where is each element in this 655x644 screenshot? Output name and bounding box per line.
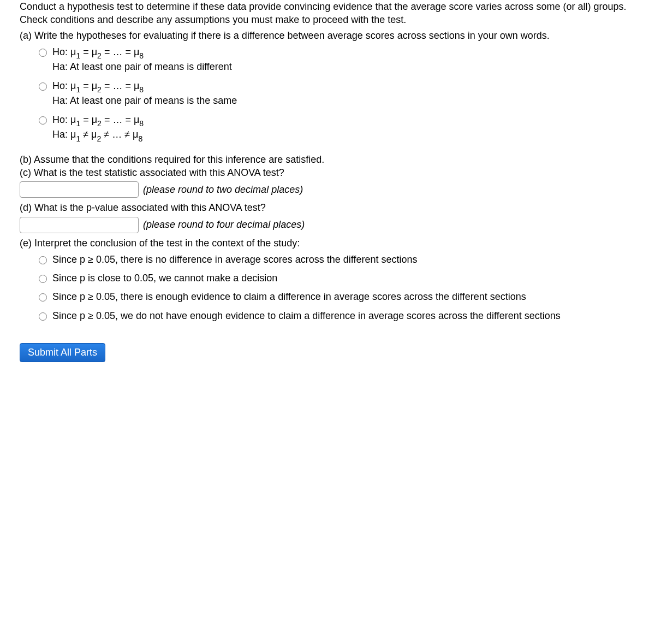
part-d-hint: (please round to four decimal places): [143, 218, 305, 231]
part-e-prompt: (e) Interpret the conclusion of the test…: [20, 237, 635, 250]
part-a-radio-3[interactable]: [39, 116, 47, 125]
part-a-option-2-ho: Ho: μ1 = μ2 = … = μ8: [52, 79, 635, 94]
part-a-option-2[interactable]: Ho: μ1 = μ2 = … = μ8 Ha: At least one pa…: [36, 79, 635, 108]
part-e-choices: Since p ≥ 0.05, there is no difference i…: [36, 253, 635, 322]
part-c-input[interactable]: [20, 181, 139, 198]
part-a-option-3[interactable]: Ho: μ1 = μ2 = … = μ8 Ha: μ1 ≠ μ2 ≠ … ≠ μ…: [36, 113, 635, 143]
part-e-option-2[interactable]: Since p is close to 0.05, we cannot make…: [36, 271, 635, 285]
part-a-radio-2[interactable]: [39, 82, 47, 91]
part-e-option-4[interactable]: Since p ≥ 0.05, we do not have enough ev…: [36, 309, 635, 322]
part-d-prompt: (d) What is the p-value associated with …: [20, 201, 635, 214]
part-c-input-line: (please round to two decimal places): [20, 181, 635, 198]
part-a-radio-1[interactable]: [39, 49, 47, 57]
part-e-option-1[interactable]: Since p ≥ 0.05, there is no difference i…: [36, 253, 635, 266]
part-e-radio-3[interactable]: [39, 293, 47, 302]
part-e-radio-4[interactable]: [39, 312, 47, 321]
part-d-input-line: (please round to four decimal places): [20, 217, 635, 233]
intro-text: Conduct a hypothesis test to determine i…: [20, 0, 635, 27]
part-a-option-3-label: Ho: μ1 = μ2 = … = μ8 Ha: μ1 ≠ μ2 ≠ … ≠ μ…: [52, 113, 635, 143]
part-a-option-1-label: Ho: μ1 = μ2 = … = μ8 Ha: At least one pa…: [52, 45, 635, 74]
part-a-option-2-ha: Ha: At least one pair of means is the sa…: [52, 94, 635, 107]
part-e-option-1-label: Since p ≥ 0.05, there is no difference i…: [52, 253, 635, 266]
part-e-radio-2[interactable]: [39, 275, 47, 283]
part-c-prompt: (c) What is the test statistic associate…: [20, 166, 635, 179]
part-e-option-3-label: Since p ≥ 0.05, there is enough evidence…: [52, 290, 635, 303]
part-a-prompt: (a) Write the hypotheses for evaluating …: [20, 29, 635, 42]
part-a-choices: Ho: μ1 = μ2 = … = μ8 Ha: At least one pa…: [36, 45, 635, 143]
part-a-option-1[interactable]: Ho: μ1 = μ2 = … = μ8 Ha: At least one pa…: [36, 45, 635, 74]
part-e-option-2-label: Since p is close to 0.05, we cannot make…: [52, 271, 635, 285]
part-e-radio-1[interactable]: [39, 256, 47, 264]
part-b-text: (b) Assume that the conditions required …: [20, 153, 635, 166]
part-a-option-3-ho: Ho: μ1 = μ2 = … = μ8: [52, 113, 635, 128]
part-a-option-2-label: Ho: μ1 = μ2 = … = μ8 Ha: At least one pa…: [52, 79, 635, 108]
part-a-option-3-ha: Ha: μ1 ≠ μ2 ≠ … ≠ μ8: [52, 128, 635, 143]
submit-button[interactable]: Submit All Parts: [20, 343, 105, 362]
part-e-option-3[interactable]: Since p ≥ 0.05, there is enough evidence…: [36, 290, 635, 303]
part-e-option-4-label: Since p ≥ 0.05, we do not have enough ev…: [52, 309, 635, 322]
part-d-input[interactable]: [20, 217, 139, 233]
part-a-option-1-ha: Ha: At least one pair of means is differ…: [52, 60, 635, 73]
part-a-option-1-ho: Ho: μ1 = μ2 = … = μ8: [52, 45, 635, 61]
part-c-hint: (please round to two decimal places): [143, 183, 303, 196]
